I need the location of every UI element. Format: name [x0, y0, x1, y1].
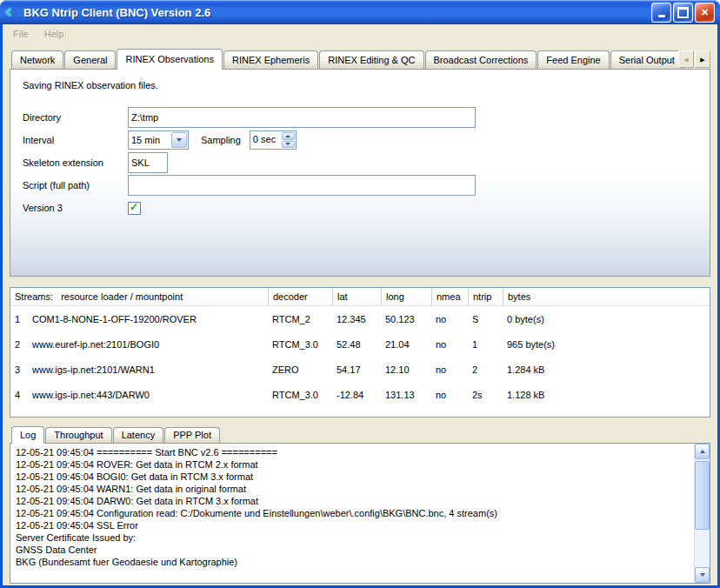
interval-dropdown-button[interactable] — [171, 132, 187, 148]
stream-long: 12.10 — [381, 364, 431, 375]
version3-label: Version 3 — [23, 203, 128, 213]
tab-log[interactable]: Log — [11, 426, 44, 444]
column-header-lat[interactable]: lat — [332, 288, 381, 305]
tab-latency[interactable]: Latency — [113, 427, 164, 443]
column-header-ntrip[interactable]: ntrip — [468, 288, 503, 305]
main-tab-bar: Network General RINEX Observations RINEX… — [10, 49, 710, 69]
sampling-value: 0 sec — [250, 131, 281, 149]
tab-scroll-left-button[interactable]: ◀ — [678, 50, 694, 68]
tab-general[interactable]: General — [64, 50, 116, 69]
stream-nmea: no — [431, 339, 468, 350]
scrollbar-thumb[interactable] — [695, 461, 710, 530]
row-number: 3 — [10, 364, 28, 375]
log-line: 12-05-21 09:45:04 DARW0: Get data in RTC… — [16, 495, 690, 507]
stream-nmea: no — [431, 390, 468, 400]
stream-decoder: RTCM_3.0 — [268, 390, 332, 400]
maximize-button[interactable] — [673, 3, 693, 23]
menu-help[interactable]: Help — [37, 27, 71, 41]
sampling-up-button[interactable] — [282, 132, 295, 140]
column-header-mountpoint[interactable]: Streams: resource loader / mountpoint — [10, 288, 268, 305]
log-scrollbar[interactable] — [694, 444, 710, 583]
tab-rinex-observations[interactable]: RINEX Observations — [117, 49, 222, 70]
delete-stream-button[interactable]: Delete Stream — [90, 584, 151, 585]
stream-nmea: no — [431, 364, 468, 375]
stream-decoder: ZERO — [268, 364, 332, 375]
stream-row[interactable]: 1 COM1-8-NONE-1-OFF-19200/ROVER RTCM_2 1… — [10, 306, 710, 331]
stream-nmea: no — [431, 314, 468, 324]
chevron-up-icon — [700, 450, 705, 453]
stream-mountpoint: COM1-8-NONE-1-OFF-19200/ROVER — [28, 314, 268, 324]
row-number: 4 — [10, 390, 28, 400]
stream-mountpoint: www.euref-ip.net:2101/BOGI0 — [28, 339, 268, 350]
log-panel: 12-05-21 09:45:04 ========== Start BNC v… — [10, 443, 710, 584]
stream-long: 21.04 — [381, 339, 431, 350]
tab-scroll-right-button[interactable]: ▶ — [695, 50, 710, 68]
titlebar[interactable]: BKG Ntrip Client (BNC) Version 2.6 ✕ — [0, 0, 720, 24]
interval-select[interactable]: 15 min — [128, 130, 189, 150]
stream-row[interactable]: 2 www.euref-ip.net:2101/BOGI0 RTCM_3.0 5… — [10, 331, 710, 357]
chevron-down-icon — [285, 143, 290, 145]
directory-row: Directory — [23, 106, 697, 129]
rinex-observations-panel: Saving RINEX observation files. Director… — [10, 69, 710, 277]
tab-network[interactable]: Network — [11, 50, 63, 69]
row-number: 2 — [10, 339, 28, 350]
chevron-up-icon — [285, 135, 290, 137]
stream-decoder: RTCM_2 — [268, 314, 332, 324]
sampling-spin-buttons — [282, 132, 295, 148]
directory-label: Directory — [23, 112, 128, 123]
stream-lat: 52.48 — [332, 339, 381, 350]
tab-broadcast-corrections[interactable]: Broadcast Corrections — [425, 50, 537, 69]
stream-ntrip: 2 — [468, 364, 503, 375]
streams-table: Streams: resource loader / mountpoint de… — [10, 287, 710, 418]
scroll-down-button[interactable] — [695, 567, 710, 583]
log-output[interactable]: 12-05-21 09:45:04 ========== Start BNC v… — [10, 444, 695, 583]
close-icon: ✕ — [701, 8, 709, 17]
panel-description: Saving RINEX observation files. — [23, 80, 697, 90]
minimize-button[interactable] — [651, 3, 671, 23]
version3-checkbox[interactable] — [128, 202, 141, 215]
directory-input[interactable] — [128, 107, 476, 128]
maximize-icon — [677, 7, 689, 18]
close-button[interactable]: ✕ — [695, 3, 715, 23]
tab-rinex-editing-qc[interactable]: RINEX Editing & QC — [319, 50, 423, 69]
sampling-stepper[interactable]: 0 sec — [250, 130, 297, 150]
stream-row[interactable]: 3 www.igs-ip.net:2101/WARN1 ZERO 54.17 1… — [10, 357, 710, 382]
tab-serial-output[interactable]: Serial Output — [610, 50, 683, 69]
sampling-label: Sampling — [201, 135, 241, 145]
stream-lat: 54.17 — [332, 364, 381, 375]
streams-table-header: Streams: resource loader / mountpoint de… — [10, 288, 710, 306]
column-header-bytes[interactable]: bytes — [503, 288, 710, 305]
log-line: 12-05-21 09:45:04 Configuration read: C:… — [16, 507, 690, 519]
stop-button[interactable]: Stop — [210, 584, 230, 585]
version3-row: Version 3 — [23, 197, 697, 219]
main-content: Network General RINEX Observations RINEX… — [3, 43, 717, 585]
log-line: GNSS Data Center — [16, 544, 690, 556]
sampling-down-button[interactable] — [282, 141, 295, 149]
scrollbar-track[interactable] — [695, 459, 710, 567]
window-controls: ✕ — [651, 3, 715, 23]
column-header-decoder[interactable]: decoder — [268, 288, 332, 305]
app-icon — [5, 5, 19, 19]
start-button[interactable]: Start — [170, 584, 190, 585]
script-path-label: Script (full path) — [23, 180, 128, 190]
column-header-long[interactable]: long — [381, 288, 431, 305]
window-title: BKG Ntrip Client (BNC) Version 2.6 — [23, 6, 647, 19]
skeleton-extension-input[interactable] — [128, 152, 168, 173]
tab-throughput[interactable]: Throughput — [45, 427, 111, 443]
script-path-input[interactable] — [128, 175, 476, 196]
chevron-down-icon — [700, 573, 705, 577]
log-line: 12-05-21 09:45:04 WARN1: Get data in ori… — [16, 483, 690, 495]
stream-long: 131.13 — [381, 390, 431, 400]
tab-ppp-plot[interactable]: PPP Plot — [164, 427, 220, 443]
tab-scroll-buttons: ◀ ▶ — [677, 50, 710, 68]
add-stream-button[interactable]: Add Stream — [21, 584, 71, 585]
stream-row[interactable]: 4 www.igs-ip.net:443/DARW0 RTCM_3.0 -12.… — [10, 382, 710, 407]
tab-rinex-ephemeris[interactable]: RINEX Ephemeris — [223, 50, 318, 69]
stream-mountpoint: www.igs-ip.net:2101/WARN1 — [28, 364, 268, 375]
stream-bytes: 965 byte(s) — [503, 339, 710, 350]
scroll-up-button[interactable] — [695, 444, 710, 459]
log-line: Server Certificate Issued by: — [16, 531, 690, 544]
tab-feed-engine[interactable]: Feed Engine — [537, 50, 609, 69]
menu-file[interactable]: File — [6, 27, 36, 41]
column-header-nmea[interactable]: nmea — [431, 288, 468, 305]
